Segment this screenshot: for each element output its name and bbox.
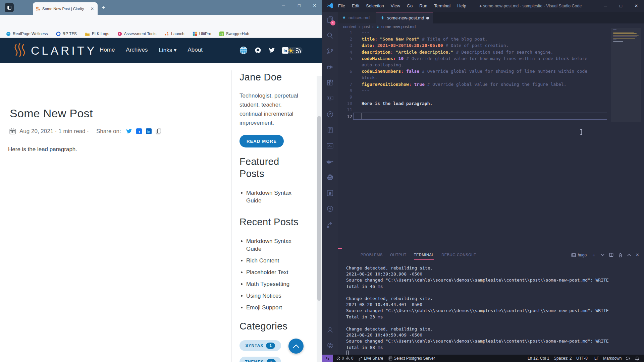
menu-file[interactable]: File	[335, 3, 348, 8]
shell-selector[interactable]: hugo	[571, 253, 587, 257]
accounts-icon[interactable]	[322, 322, 338, 338]
close-panel-icon[interactable]: ✕	[636, 252, 639, 257]
indentation-status[interactable]: Spaces: 2	[554, 355, 572, 362]
share-linkedin-icon[interactable]: in	[146, 128, 152, 134]
panel-tab-problems[interactable]: PROBLEMS	[361, 253, 383, 260]
panel-tab-output[interactable]: OUTPUT	[390, 253, 407, 260]
scroll-to-top-button[interactable]	[288, 339, 304, 354]
browser-minimize-button[interactable]: ─	[277, 0, 290, 11]
github-icon[interactable]	[255, 47, 261, 54]
bookmark-fav-ultipro[interactable]: UltiPro	[193, 32, 211, 36]
cursor-position-status[interactable]: Ln 12, Col 1	[528, 355, 549, 362]
remote-indicator[interactable]	[322, 355, 333, 362]
editor-line[interactable]: 12	[345, 113, 614, 120]
tab-some-new-post[interactable]: some-new-post.md	[376, 12, 434, 23]
nav-home[interactable]: Home	[100, 47, 115, 54]
menu-selection[interactable]: Selection	[363, 3, 387, 8]
vscode-minimize-button[interactable]: ─	[598, 0, 613, 12]
share-twitter-icon[interactable]	[126, 129, 132, 134]
share-facebook-icon[interactable]: f	[136, 128, 142, 134]
post-link[interactable]: Rich Content	[239, 257, 293, 264]
kubernetes-icon[interactable]	[322, 169, 338, 185]
notebook-icon[interactable]	[322, 122, 338, 138]
post-link[interactable]: Emoji Support	[239, 304, 293, 311]
editor-line[interactable]: 5codeMaxLines: 10 # Override global valu…	[345, 55, 614, 68]
terminal-output[interactable]: Change detected, rebuilding site.2021-08…	[346, 265, 635, 357]
search-icon[interactable]	[322, 27, 338, 43]
menu-run[interactable]: Run	[416, 3, 431, 8]
menu-edit[interactable]: Edit	[348, 3, 363, 8]
new-terminal-icon[interactable]: ＋	[591, 252, 596, 258]
site-brand[interactable]: CLARITY	[31, 44, 97, 57]
page-scrollbar-thumb[interactable]	[317, 116, 321, 301]
source-control-icon[interactable]	[322, 43, 338, 59]
remote-explorer-icon[interactable]	[322, 90, 338, 106]
nav-about[interactable]: About	[188, 47, 203, 54]
post-link[interactable]: Placeholder Text	[239, 268, 293, 276]
nav-links[interactable]: Links ▾	[159, 47, 177, 54]
menu-terminal[interactable]: Terminal	[431, 3, 454, 8]
browser-close-button[interactable]: ✕	[308, 0, 321, 11]
copy-link-icon[interactable]	[156, 128, 161, 134]
panel-tab-debug-console[interactable]: DEBUG CONSOLE	[441, 253, 476, 260]
share-icon[interactable]	[322, 217, 338, 232]
language-globe-icon[interactable]	[239, 46, 248, 54]
extensions-icon[interactable]	[322, 75, 338, 90]
editor-line[interactable]: 11	[345, 107, 614, 113]
bookmark-fav-tfs[interactable]: RP TFS	[56, 32, 77, 36]
bookmark-fav-swagger[interactable]: {;}SwaggerHub	[219, 32, 249, 36]
feedback-smiley-icon[interactable]	[626, 355, 630, 362]
editor-line[interactable]: 10Here is the lead paragraph.	[345, 100, 614, 107]
tab-notices[interactable]: notices.md	[338, 12, 376, 23]
new-tab-button[interactable]: ＋	[101, 4, 106, 10]
twitter-icon[interactable]	[268, 48, 275, 53]
browser-tab[interactable]: Some New Post | Clarity ✕	[33, 2, 98, 15]
theme-toggle[interactable]	[287, 47, 303, 54]
editor-line[interactable]: 9	[345, 94, 614, 100]
menu-help[interactable]: Help	[454, 3, 470, 8]
encoding-status[interactable]: UTF-8	[576, 355, 588, 362]
post-link[interactable]: Markdown Syntax Guide	[239, 189, 293, 204]
tab-close-icon[interactable]: ✕	[90, 6, 95, 11]
run-debug-icon[interactable]	[322, 59, 338, 75]
language-mode-status[interactable]: Markdown	[603, 355, 622, 362]
postgresql-icon[interactable]	[322, 185, 338, 201]
workspaces-menu-icon[interactable]	[5, 3, 14, 12]
bookmark-fav-assess[interactable]: Assessment Tools	[117, 32, 157, 36]
minimap[interactable]	[611, 28, 641, 122]
split-terminal-icon[interactable]	[609, 253, 613, 257]
category-pill-syntax[interactable]: SYNTAX1	[239, 340, 281, 351]
breadcrumb[interactable]: content› post› some-new-post.md	[343, 23, 416, 30]
powershell-icon[interactable]	[322, 138, 338, 154]
kill-terminal-icon[interactable]	[618, 253, 623, 257]
post-link[interactable]: Using Notices	[239, 292, 293, 300]
editor-line[interactable]: 1---	[345, 29, 614, 36]
bookmark-fav-wellness[interactable]: RealPage Wellness	[6, 32, 48, 36]
thunder-client-icon[interactable]	[322, 201, 338, 217]
live-share-status[interactable]: Live Share	[358, 355, 383, 362]
editor-line[interactable]: 3date: 2021-08-20T10:38:38-05:00 # Date …	[345, 42, 614, 49]
eol-status[interactable]: LF	[594, 355, 599, 362]
vscode-close-button[interactable]: ✕	[629, 0, 644, 12]
problems-status[interactable]: 0 0	[336, 355, 353, 362]
vscode-maximize-button[interactable]: □	[613, 0, 628, 12]
docker-icon[interactable]	[322, 154, 338, 169]
editor-line[interactable]: 7figurePositionShow: true # Override glo…	[345, 81, 614, 87]
bookmark-fav-elk[interactable]: ELK Logs	[85, 32, 109, 36]
menu-go[interactable]: Go	[404, 3, 416, 8]
post-link[interactable]: Markdown Syntax Guide	[239, 237, 293, 253]
terminal-dropdown-icon[interactable]	[601, 254, 604, 256]
panel-tab-terminal[interactable]: TERMINAL	[414, 253, 434, 260]
editor-line[interactable]: 2title: "Some New Post" # Title of the b…	[345, 36, 614, 42]
editor-line[interactable]: 4description: "Article description." # D…	[345, 49, 614, 55]
browser-maximize-button[interactable]: □	[292, 0, 306, 11]
postgres-status[interactable]: Select Postgres Server	[388, 355, 435, 362]
clarity-logo-steam-icon[interactable]	[13, 43, 27, 58]
page-scrollbar[interactable]	[317, 76, 322, 362]
editor-line[interactable]: 6codeLineNumbers: false # Override globa…	[345, 68, 614, 81]
nav-archives[interactable]: Archives	[126, 47, 148, 54]
menu-view[interactable]: View	[387, 3, 404, 8]
category-pill-themes[interactable]: THEMES1	[239, 357, 281, 362]
bookmark-fav-launch[interactable]: Launch	[164, 32, 184, 36]
post-link[interactable]: Math Typesetting	[239, 280, 293, 288]
